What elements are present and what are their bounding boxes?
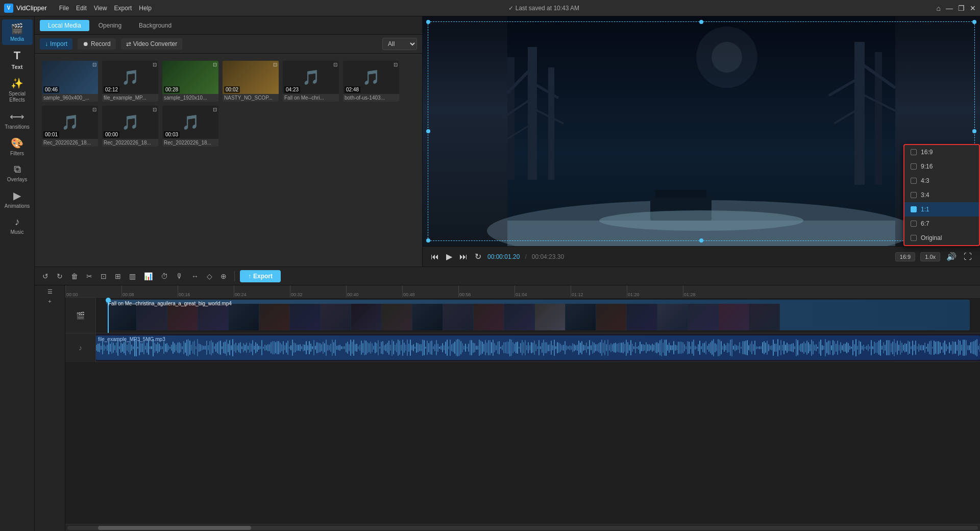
waveform-bar [855,339,856,356]
waveform-bar [326,340,327,356]
menu-view[interactable]: View [94,5,107,12]
waveform-bar [506,342,507,354]
sidebar-label-animations: Animations [5,203,30,209]
media-name-2: file_example_MP... [102,94,158,102]
waveform-bar [906,344,907,351]
media-item-8[interactable]: 🎵 ⊡ 00:00 Rec_20220226_18... [102,106,158,147]
thumb-cell-7 [290,304,321,330]
video-track-content[interactable]: Fall on Me--christina_aguilera_a_great_b… [96,298,980,333]
media-item-1[interactable]: ⊡ 00:46 sample_960x400_... [42,61,98,102]
waveform-bar [615,343,616,353]
waveform-bar [388,341,389,355]
delete-button[interactable]: 🗑 [68,271,81,282]
waveform-bar [342,346,344,349]
ar-option-9-16[interactable]: 9:16 [904,159,979,174]
maximize-button[interactable]: ❐ [958,4,965,12]
filter-select[interactable]: All Video Audio Image [382,38,417,50]
sidebar-item-music[interactable]: ♪ Music [2,213,33,238]
ar-option-1-1[interactable]: 1:1 [904,202,979,216]
volume-button[interactable]: 🔊 [945,251,958,262]
copy-button[interactable]: ⊞ [112,271,124,282]
fullscreen-button[interactable]: ⛶ [963,251,973,262]
menu-file[interactable]: File [59,5,69,12]
waveform-bar [503,342,504,353]
waveform-bar [143,341,144,354]
mic-button[interactable]: 🎙 [174,271,186,282]
media-item-5[interactable]: 🎵 ⊡ 04:23 Fall on Me--chri... [283,61,339,102]
sidebar-item-transitions[interactable]: ⟷ Transitions [2,107,33,133]
import-button[interactable]: ↓ Import [40,38,72,50]
sidebar-item-animations[interactable]: ▶ Animations [2,186,33,212]
tl-menu-button[interactable]: ☰ [37,287,63,296]
menu-export[interactable]: Export [114,5,132,12]
video-clip[interactable]: Fall on Me--christina_aguilera_a_great_b… [106,300,970,330]
ar-option-6-7[interactable]: 6:7 [904,216,979,231]
minimize-button[interactable]: — [946,4,953,12]
thumb-cell-17 [596,304,627,330]
waveform-bar [869,346,870,349]
media-item-2[interactable]: 🎵 ⊡ 02:12 file_example_MP... [102,61,158,102]
media-item-4[interactable]: ⊡ 00:02 NASTY_NO_SCOP... [223,61,279,102]
record-button[interactable]: ⏺ Record [78,38,116,50]
timeline-scrollbar-track[interactable] [67,526,978,530]
home-icon[interactable]: ⌂ [937,4,941,12]
sidebar-item-media[interactable]: 🎬 Media [2,19,33,45]
video-button[interactable]: ▥ [127,271,138,282]
waveform-bar [194,341,195,355]
media-item-9[interactable]: 🎵 ⊡ 00:03 Rec_20220226_18... [162,106,218,147]
speed-button[interactable]: 1.0x [920,252,940,261]
move-button[interactable]: ↔ [189,271,201,282]
audio-track-content[interactable]: file_example_MP3_5MG.mp3 [96,333,980,361]
menu-help[interactable]: Help [139,5,152,12]
split-button[interactable]: ✂ [84,271,95,282]
ar-option-4-3[interactable]: 4:3 [904,174,979,188]
tab-background[interactable]: Background [131,20,180,31]
media-item-7[interactable]: 🎵 ⊡ 00:01 Rec_20220226_18... [42,106,98,147]
trim-button[interactable]: ⊡ [98,271,109,282]
close-button[interactable]: ✕ [970,4,976,12]
sidebar-item-filters[interactable]: 🎨 Filters [2,134,33,159]
shape-button[interactable]: ◇ [204,271,215,282]
ar-option-original[interactable]: Original [904,231,979,245]
waveform-bar [574,344,575,351]
sidebar-item-overlays[interactable]: ⧉ Overlays [2,160,33,185]
waveform-bar [773,340,774,356]
redo-button[interactable]: ↻ [54,271,65,282]
next-frame-button[interactable]: ⏭ [458,251,469,262]
menu-edit[interactable]: Edit [76,5,87,12]
waveform-bar [597,344,598,351]
tl-add-track-button[interactable]: + [37,297,63,305]
waveform-bar [940,342,941,353]
media-item-3[interactable]: ⊡ 00:28 sample_1920x10... [162,61,218,102]
time-separator: / [525,253,526,260]
waveform-bar [799,345,800,350]
sidebar-item-text[interactable]: T Text [2,46,33,73]
loop-button[interactable]: ↻ [474,251,482,262]
export-button[interactable]: ↑ Export [240,270,281,282]
aspect-ratio-button[interactable]: 16:9 [895,252,915,261]
audio-clip[interactable]: file_example_MP3_5MG.mp3 [96,335,980,360]
media-item-6[interactable]: 🎵 ⊡ 02:48 both-of-us-1403... [343,61,399,102]
waveform-bar [577,345,578,351]
converter-button[interactable]: ⇄ Video Converter [121,38,183,50]
timeline-scrollbar-thumb[interactable] [98,526,251,530]
playhead[interactable] [108,298,109,333]
waveform-bar [139,340,140,355]
waveform-bar [199,344,200,351]
play-button[interactable]: ▶ [445,251,453,262]
ar-option-3-4[interactable]: 3:4 [904,188,979,202]
prev-frame-button[interactable]: ⏮ [430,251,440,262]
waveform-bar [894,339,895,356]
ar-option-16-9[interactable]: 16:9 [904,145,979,159]
timer-button[interactable]: ⏱ [158,271,170,282]
sidebar-item-effects[interactable]: ✨ Special Effects [2,74,33,106]
magic-button[interactable]: ⊕ [218,271,229,282]
tab-opening[interactable]: Opening [90,20,130,31]
waveform-bar [142,343,143,352]
undo-button[interactable]: ↺ [40,271,51,282]
chart-button[interactable]: 📊 [141,271,155,282]
waveform-bar [782,345,783,350]
waveform-bar [442,343,443,353]
tab-local-media[interactable]: Local Media [40,20,89,31]
thumb-cell-10 [382,304,412,330]
